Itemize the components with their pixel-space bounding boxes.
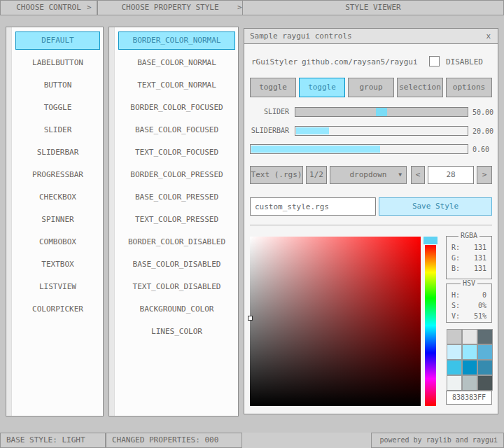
palette-swatch-8[interactable] — [478, 360, 492, 374]
palette-swatch-9[interactable] — [447, 376, 461, 390]
palette-swatch-2[interactable] — [478, 330, 492, 344]
properties-scrollbar[interactable] — [109, 27, 115, 416]
hsv-h-label: H: — [451, 290, 460, 300]
spinner-decrement-button[interactable]: < — [411, 166, 425, 184]
options-button[interactable]: options — [446, 78, 492, 97]
half-button[interactable]: 1/2 — [306, 166, 327, 184]
progressbar — [250, 144, 468, 154]
property-item-text_color_pressed[interactable]: TEXT_COLOR_PRESSED — [118, 211, 235, 229]
sample-controls-window: Sample raygui controls x rGuiStyler gith… — [244, 28, 498, 414]
status-base-style: BASE STYLE: LIGHT — [0, 433, 106, 448]
controls-scrollbar[interactable] — [6, 27, 12, 416]
palette-swatch-6[interactable] — [447, 360, 461, 374]
text-rgs-button[interactable]: Text (.rgs) — [250, 166, 303, 184]
control-item-progressbar[interactable]: PROGRESSBAR — [15, 166, 100, 184]
brand-label: rGuiStyler — [251, 57, 298, 67]
property-item-text_color_disabled[interactable]: TEXT_COLOR_DISABLED — [118, 278, 235, 296]
progressbar-fill — [251, 146, 380, 153]
palette-swatch-10[interactable] — [463, 376, 477, 390]
hex-value-box[interactable]: 838383FF — [446, 391, 492, 405]
status-powered-by: powered by raylib and raygui — [371, 433, 504, 448]
sliderbar-label: SLIDERBAR — [246, 126, 289, 136]
color-picker-marker[interactable] — [248, 316, 253, 321]
hsv-h-value: 0 — [482, 290, 486, 300]
property-item-text_color_normal[interactable]: TEXT_COLOR_NORMAL — [118, 76, 235, 94]
toggle-button-2-active[interactable]: toggle — [299, 78, 345, 97]
toggle-button-1[interactable]: toggle — [250, 78, 296, 97]
control-item-default[interactable]: DEFAULT — [15, 31, 100, 50]
palette-swatch-4[interactable] — [463, 345, 477, 359]
property-item-base_color_disabled[interactable]: BASE_COLOR_DISABLED — [118, 255, 235, 274]
status-bar: BASE STYLE: LIGHT CHANGED PROPERTIES: 00… — [0, 433, 504, 448]
close-icon[interactable]: x — [484, 31, 492, 41]
rgba-g-label: G: — [451, 253, 460, 263]
property-item-background_color[interactable]: BACKGROUND_COLOR — [118, 300, 235, 318]
palette-swatch-5[interactable] — [478, 345, 492, 359]
step-choose-property-style-label: CHOOSE PROPERTY STYLE — [121, 3, 218, 12]
spinner-increment-button[interactable]: > — [477, 166, 492, 184]
control-item-checkbox[interactable]: CHECKBOX — [15, 188, 100, 206]
property-item-border_color_normal[interactable]: BORDER_COLOR_NORMAL — [118, 31, 235, 50]
hue-handle[interactable] — [424, 237, 438, 244]
property-item-border_color_pressed[interactable]: BORDER_COLOR_PRESSED — [118, 166, 235, 184]
rgba-row-g: G: 131 — [447, 253, 491, 263]
selection-button[interactable]: selection — [397, 78, 443, 97]
palette-swatch-7[interactable] — [463, 360, 477, 374]
group-button[interactable]: group — [348, 78, 394, 97]
disabled-checkbox[interactable] — [429, 56, 440, 66]
palette-swatch-1[interactable] — [463, 330, 477, 344]
style-palette — [447, 330, 492, 390]
control-item-combobox[interactable]: COMBOBOX — [15, 233, 100, 251]
slider-value: 50.00 — [472, 108, 493, 118]
palette-swatch-11[interactable] — [478, 376, 492, 390]
window-titlebar[interactable]: Sample raygui controls x — [244, 29, 498, 44]
sliderbar[interactable] — [295, 126, 468, 136]
slider-handle[interactable] — [376, 108, 387, 116]
step-choose-control-label: CHOOSE CONTROL — [16, 3, 81, 12]
hsv-row-h: H: 0 — [447, 290, 491, 300]
control-item-labelbutton[interactable]: LABELBUTTON — [15, 54, 100, 72]
control-item-button[interactable]: BUTTON — [15, 76, 100, 94]
control-item-spinner[interactable]: SPINNER — [15, 211, 100, 229]
rgba-r-label: R: — [451, 242, 460, 253]
sliderbar-fill — [296, 127, 329, 134]
property-item-base_color_pressed[interactable]: BASE_COLOR_PRESSED — [118, 188, 235, 206]
property-item-base_color_normal[interactable]: BASE_COLOR_NORMAL — [118, 54, 235, 72]
property-item-border_color_disabled[interactable]: BORDER_COLOR_DISABLED — [118, 233, 235, 251]
chevron-right-icon: > — [237, 0, 242, 15]
control-item-colorpicker[interactable]: COLORPICKER — [15, 300, 100, 318]
rgba-rows: R: 131 G: 131 B: 131 — [447, 237, 491, 274]
status-changed-properties-label: CHANGED PROPERTIES: 000 — [112, 435, 218, 444]
slider-label: SLIDER — [246, 107, 289, 117]
control-item-listview[interactable]: LISTVIEW — [15, 278, 100, 296]
step-style-viewer: STYLE VIEWER — [242, 0, 504, 15]
status-changed-properties: CHANGED PROPERTIES: 000 — [106, 433, 242, 448]
dropdown[interactable]: dropdown ▼ — [330, 166, 407, 184]
rguistyler-app: CHOOSE CONTROL CHOOSE PROPERTY STYLE STY… — [0, 0, 504, 448]
palette-swatch-0[interactable] — [447, 330, 461, 344]
palette-swatch-3[interactable] — [447, 345, 461, 359]
slider[interactable] — [295, 107, 468, 117]
color-picker-area[interactable] — [250, 237, 421, 406]
rgba-b-label: B: — [451, 263, 460, 274]
status-base-style-label: BASE STYLE: LIGHT — [6, 435, 85, 444]
filename-input[interactable] — [250, 197, 376, 216]
control-item-toggle[interactable]: TOGGLE — [15, 99, 100, 117]
top-bar: CHOOSE CONTROL CHOOSE PROPERTY STYLE STY… — [0, 0, 504, 15]
rgba-row-b: B: 131 — [447, 263, 491, 274]
control-item-slider[interactable]: SLIDER — [15, 121, 100, 139]
property-item-border_color_focused[interactable]: BORDER_COLOR_FOCUSED — [118, 99, 235, 117]
chevron-right-icon: > — [87, 0, 92, 15]
hsv-s-value: 0% — [478, 300, 486, 311]
progressbar-value: 0.60 — [472, 145, 489, 155]
save-style-button[interactable]: Save Style — [379, 197, 492, 216]
hsv-row-s: S: 0% — [447, 300, 491, 311]
property-item-lines_color[interactable]: LINES_COLOR — [118, 323, 235, 341]
control-item-sliderbar[interactable]: SLIDERBAR — [15, 144, 100, 162]
property-item-text_color_focused[interactable]: TEXT_COLOR_FOCUSED — [118, 144, 235, 162]
property-item-base_color_focused[interactable]: BASE_COLOR_FOCUSED — [118, 121, 235, 139]
hsv-v-value: 51% — [474, 311, 486, 321]
hue-bar[interactable] — [425, 245, 436, 406]
spinner-value-box[interactable]: 28 — [428, 166, 474, 184]
control-item-textbox[interactable]: TEXTBOX — [15, 255, 100, 274]
